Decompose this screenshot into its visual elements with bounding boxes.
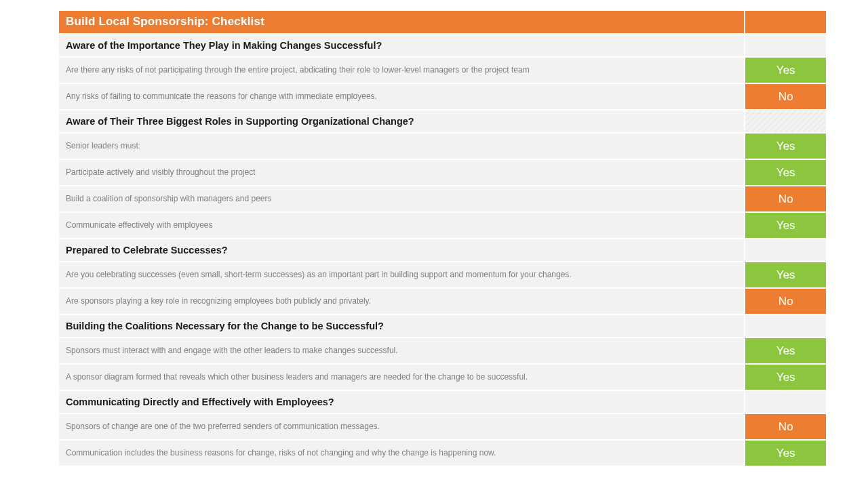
checklist-item-status: No (745, 84, 826, 109)
checklist-item-row: Communication includes the business reas… (59, 441, 826, 466)
checklist-item-status: Yes (745, 213, 826, 238)
section-status-spacer (745, 315, 826, 337)
section-heading: Communicating Directly and Effectively w… (59, 391, 744, 413)
checklist-item-status: Yes (745, 58, 826, 83)
checklist-item-row: Sponsors must interact with and engage w… (59, 338, 826, 363)
checklist-item-text: Are there any risks of not participating… (59, 58, 744, 83)
section-status-spacer (745, 35, 826, 56)
checklist-item-text: Communication includes the business reas… (59, 441, 744, 466)
checklist-item-text: Are you celebrating successes (even smal… (59, 262, 744, 287)
checklist-item-row: Participate actively and visibly through… (59, 160, 826, 185)
checklist-item-status: Yes (745, 365, 826, 390)
checklist-item-text: Participate actively and visibly through… (59, 160, 744, 185)
section-status-spacer (745, 110, 826, 132)
checklist-item-status: Yes (745, 338, 826, 363)
checklist-item-row: A sponsor diagram formed that reveals wh… (59, 365, 826, 390)
checklist-title: Build Local Sponsorship: Checklist (59, 11, 744, 33)
checklist-item-row: Are sponsors playing a key role in recog… (59, 289, 826, 314)
section-heading: Aware of Their Three Biggest Roles in Su… (59, 110, 744, 132)
section-heading-row: Building the Coalitions Necessary for th… (59, 315, 826, 337)
checklist-item-row: Sponsors of change are one of the two pr… (59, 414, 826, 439)
checklist-item-text: Are sponsors playing a key role in recog… (59, 289, 744, 314)
checklist-item-text: Sponsors must interact with and engage w… (59, 338, 744, 363)
checklist-item-status: No (745, 289, 826, 314)
checklist-item-row: Senior leaders must:Yes (59, 134, 826, 159)
checklist-item-text: A sponsor diagram formed that reveals wh… (59, 365, 744, 390)
checklist-item-status: Yes (745, 134, 826, 159)
section-heading: Prepared to Celebrate Successes? (59, 239, 744, 261)
checklist-item-row: Any risks of failing to communicate the … (59, 84, 826, 109)
section-heading-row: Prepared to Celebrate Successes? (59, 239, 826, 261)
section-heading: Building the Coalitions Necessary for th… (59, 315, 744, 337)
section-status-spacer (745, 391, 826, 413)
checklist-item-status: No (745, 186, 826, 211)
checklist-item-row: Are there any risks of not participating… (59, 58, 826, 83)
checklist-item-status: Yes (745, 441, 826, 466)
checklist-item-status: No (745, 414, 826, 439)
checklist-item-row: Build a coalition of sponsorship with ma… (59, 186, 826, 211)
section-heading-row: Communicating Directly and Effectively w… (59, 391, 826, 413)
checklist-item-text: Communicate effectively with employees (59, 213, 744, 238)
title-status-spacer (745, 11, 826, 33)
checklist-item-text: Senior leaders must: (59, 134, 744, 159)
checklist-item-text: Any risks of failing to communicate the … (59, 84, 744, 109)
section-heading: Aware of the Importance They Play in Mak… (59, 35, 744, 56)
title-row: Build Local Sponsorship: Checklist (59, 11, 826, 33)
checklist-item-status: Yes (745, 262, 826, 287)
checklist-table: Build Local Sponsorship: ChecklistAware … (58, 9, 827, 467)
checklist-item-status: Yes (745, 160, 826, 185)
section-heading-row: Aware of the Importance They Play in Mak… (59, 35, 826, 56)
checklist-item-row: Communicate effectively with employeesYe… (59, 213, 826, 238)
section-status-spacer (745, 239, 826, 261)
checklist-item-text: Sponsors of change are one of the two pr… (59, 414, 744, 439)
checklist-item-row: Are you celebrating successes (even smal… (59, 262, 826, 287)
checklist-item-text: Build a coalition of sponsorship with ma… (59, 186, 744, 211)
section-heading-row: Aware of Their Three Biggest Roles in Su… (59, 110, 826, 132)
